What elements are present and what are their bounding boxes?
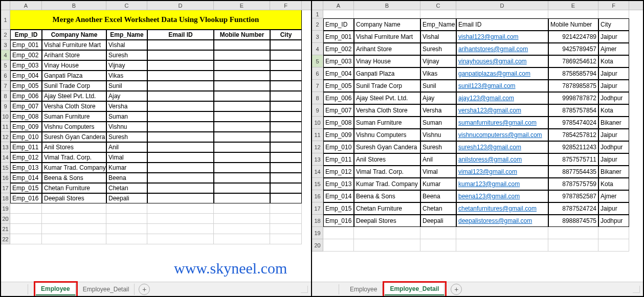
data-cell[interactable]: vimal123@gmail.com [456, 166, 548, 178]
data-cell[interactable]: Jaipur [598, 31, 629, 43]
row-header-17[interactable]: 17 [1, 183, 10, 193]
row-header-9[interactable]: 9 [312, 104, 323, 117]
data-cell[interactable] [147, 101, 214, 111]
data-cell[interactable]: Deepali Stores [42, 193, 106, 203]
empty-cell[interactable] [42, 214, 106, 224]
data-cell[interactable]: Versha [106, 101, 147, 111]
row-header-18[interactable]: 18 [1, 193, 10, 203]
data-cell[interactable]: Emp_003 [323, 55, 354, 67]
data-cell[interactable]: Emp_014 [10, 173, 42, 183]
data-cell[interactable]: arihantstores@gmail.com [456, 43, 548, 55]
data-cell[interactable] [147, 40, 214, 50]
data-cell[interactable]: Emp_005 [10, 81, 42, 91]
data-cell[interactable]: Emp_006 [10, 91, 42, 101]
empty-cell[interactable] [270, 214, 302, 224]
data-cell[interactable] [270, 132, 302, 142]
row-header-3[interactable]: 3 [312, 31, 323, 43]
data-cell[interactable]: Beena & Sons [354, 190, 420, 202]
data-cell[interactable]: Suresh [106, 50, 147, 60]
data-cell[interactable] [214, 193, 270, 203]
row-header-6[interactable]: 6 [1, 71, 10, 81]
row-header-3[interactable]: 3 [1, 40, 10, 50]
data-cell[interactable]: Jodhpur [598, 215, 629, 227]
data-cell[interactable] [214, 173, 270, 183]
data-cell[interactable]: Ganpati Plaza [42, 71, 106, 81]
data-cell[interactable]: 8877554435 [548, 166, 598, 178]
data-cell[interactable]: Anil Stores [42, 142, 106, 152]
empty-cell[interactable] [10, 224, 42, 234]
data-cell[interactable]: Emp_008 [323, 117, 354, 129]
row-header-12[interactable]: 12 [312, 141, 323, 153]
data-cell[interactable]: Emp_013 [10, 163, 42, 173]
title-cell[interactable]: Merge Another Excel Worksheet Data Using… [10, 10, 302, 30]
empty-cell[interactable] [420, 10, 456, 18]
empty-cell[interactable] [10, 234, 42, 244]
data-cell[interactable]: Suman Furniture [42, 111, 106, 122]
data-cell[interactable] [214, 163, 270, 173]
data-cell[interactable] [214, 60, 270, 71]
data-cell[interactable]: Ajay [106, 91, 147, 101]
row-header-5[interactable]: 5 [1, 60, 10, 71]
data-cell[interactable]: Deepali [106, 193, 147, 203]
empty-cell[interactable] [214, 234, 270, 244]
data-cell[interactable]: Deepali Stores [354, 215, 420, 227]
data-cell[interactable]: Emp_011 [10, 142, 42, 152]
data-cell[interactable]: 9214224789 [548, 31, 598, 43]
data-cell[interactable]: Kota [598, 104, 629, 117]
data-cell[interactable]: Sunil [106, 81, 147, 91]
col-header-F[interactable]: F [270, 1, 302, 10]
empty-cell[interactable] [598, 239, 629, 252]
row-header-2[interactable]: 2 [1, 30, 10, 40]
empty-cell[interactable] [354, 227, 420, 239]
header-company-name[interactable]: Company Name [354, 18, 420, 31]
empty-cell[interactable] [106, 234, 147, 244]
col-header-B[interactable]: B [42, 1, 106, 10]
data-cell[interactable] [270, 91, 302, 101]
empty-cell[interactable] [456, 10, 548, 18]
data-cell[interactable]: Suresh [106, 132, 147, 142]
data-cell[interactable]: Emp_006 [323, 92, 354, 104]
data-cell[interactable]: Sunil Trade Corp [354, 80, 420, 92]
empty-cell[interactable] [147, 224, 214, 234]
data-cell[interactable]: anilstoress@gmail.com [456, 153, 548, 166]
data-cell[interactable] [147, 81, 214, 91]
data-cell[interactable]: Vishnu Computers [42, 122, 106, 132]
data-cell[interactable] [214, 101, 270, 111]
data-cell[interactable] [147, 111, 214, 122]
row-header-21[interactable]: 21 [1, 224, 10, 234]
empty-cell[interactable] [354, 239, 420, 252]
empty-cell[interactable] [420, 239, 456, 252]
data-cell[interactable]: Suresh [420, 141, 456, 153]
empty-cell[interactable] [147, 234, 214, 244]
data-cell[interactable]: Versha Cloth Store [42, 101, 106, 111]
data-cell[interactable] [270, 122, 302, 132]
row-header-14[interactable]: 14 [1, 152, 10, 163]
data-cell[interactable] [214, 152, 270, 163]
col-header-C[interactable]: C [420, 1, 456, 10]
data-cell[interactable] [147, 132, 214, 142]
data-cell[interactable]: Kumar [420, 178, 456, 190]
row-header-4[interactable]: 4 [1, 50, 10, 60]
data-cell[interactable]: ganpatiplazas@gmail.com [456, 67, 548, 80]
row-header-1[interactable]: 1 [312, 10, 323, 18]
data-cell[interactable]: Kumar Trad. Company [42, 163, 106, 173]
data-cell[interactable] [270, 60, 302, 71]
data-cell[interactable]: Suresh [420, 43, 456, 55]
data-cell[interactable]: Bikaner [598, 117, 629, 129]
data-cell[interactable]: 8787575759 [548, 178, 598, 190]
select-all-corner[interactable] [1, 1, 10, 10]
row-header-11[interactable]: 11 [312, 129, 323, 141]
row-header-12[interactable]: 12 [1, 132, 10, 142]
row-header-6[interactable]: 6 [312, 67, 323, 80]
data-cell[interactable]: Ganpati Plaza [354, 67, 420, 80]
data-cell[interactable] [270, 101, 302, 111]
row-header-1[interactable]: 1 [1, 10, 10, 30]
data-cell[interactable] [214, 81, 270, 91]
col-header-E[interactable]: E [548, 1, 598, 10]
data-cell[interactable]: sumanfurnitures@gmail.com [456, 117, 548, 129]
data-cell[interactable]: 9787852587 [548, 190, 598, 202]
col-header-C[interactable]: C [106, 1, 147, 10]
empty-cell[interactable] [548, 10, 598, 18]
data-cell[interactable]: Versha [420, 104, 456, 117]
data-cell[interactable]: Vijnay [106, 60, 147, 71]
